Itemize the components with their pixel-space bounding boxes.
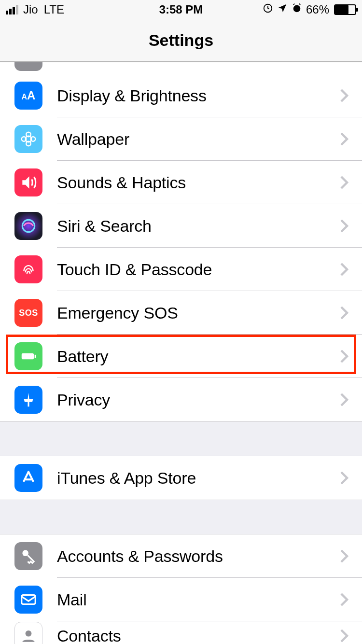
row-label: Touch ID & Passcode <box>57 260 340 279</box>
touchid-icon <box>14 255 42 283</box>
wallpaper-icon <box>14 125 42 153</box>
chevron-right-icon <box>340 349 348 364</box>
siri-icon <box>14 212 42 240</box>
svg-rect-11 <box>22 595 36 604</box>
battery-icon <box>334 4 356 15</box>
sos-icon: SOS <box>14 299 42 327</box>
settings-row-wallpaper[interactable]: Wallpaper <box>0 117 362 161</box>
settings-row-touchid[interactable]: Touch ID & Passcode <box>0 248 362 291</box>
page-title: Settings <box>149 31 213 50</box>
chevron-right-icon <box>340 88 348 103</box>
settings-row-battery[interactable]: Battery <box>0 335 362 378</box>
sounds-icon <box>14 168 42 196</box>
chevron-right-icon <box>340 306 348 320</box>
privacy-icon <box>14 386 42 414</box>
row-label: Mail <box>57 590 340 609</box>
settings-row-partial[interactable] <box>0 62 362 74</box>
chevron-right-icon <box>340 471 348 485</box>
location-icon <box>277 3 288 16</box>
row-label: Contacts <box>57 627 340 644</box>
key-icon <box>14 542 42 570</box>
clock-label: 3:58 PM <box>159 3 203 16</box>
settings-row-sos[interactable]: SOS Emergency SOS <box>0 291 362 335</box>
row-label: Privacy <box>57 391 340 409</box>
status-bar: Jio LTE 3:58 PM 66% <box>0 0 362 19</box>
svg-point-12 <box>26 630 32 637</box>
settings-group-3: Accounts & Passwords Mail Contacts <box>0 534 362 644</box>
row-label: iTunes & App Store <box>57 469 340 488</box>
settings-content: AA Display & Brightness Wallpaper Sounds… <box>0 62 362 644</box>
alarm-icon <box>292 3 302 16</box>
row-label: Sounds & Haptics <box>57 173 340 192</box>
settings-row-privacy[interactable]: Privacy <box>0 378 362 421</box>
chevron-right-icon <box>340 262 348 277</box>
row-label: Battery <box>57 347 340 366</box>
orientation-lock-icon <box>263 3 273 16</box>
appstore-icon <box>14 464 42 492</box>
chevron-right-icon <box>340 219 348 233</box>
status-bar-right: 66% <box>263 3 356 16</box>
chevron-right-icon <box>340 175 348 190</box>
partial-icon <box>14 62 42 71</box>
chevron-right-icon <box>340 592 348 607</box>
row-label: Siri & Search <box>57 217 340 236</box>
contacts-icon <box>14 622 42 644</box>
row-label: Wallpaper <box>57 130 340 149</box>
settings-row-itunes[interactable]: iTunes & App Store <box>0 456 362 500</box>
svg-rect-9 <box>35 355 36 358</box>
settings-row-siri[interactable]: Siri & Search <box>0 204 362 248</box>
row-label: Accounts & Passwords <box>57 547 340 566</box>
mail-icon <box>14 586 42 614</box>
carrier-label: Jio <box>23 3 38 16</box>
chevron-right-icon <box>340 132 348 146</box>
row-label: Emergency SOS <box>57 304 340 322</box>
settings-row-contacts[interactable]: Contacts <box>0 621 362 644</box>
nav-header: Settings <box>0 19 362 62</box>
chevron-right-icon <box>340 392 348 407</box>
network-label: LTE <box>44 3 64 16</box>
row-label: Display & Brightness <box>57 86 340 105</box>
battery-icon <box>14 342 42 370</box>
svg-rect-8 <box>22 353 34 360</box>
settings-row-mail[interactable]: Mail <box>0 578 362 621</box>
battery-percent-label: 66% <box>306 3 329 16</box>
settings-group-2: iTunes & App Store <box>0 456 362 500</box>
settings-row-accounts[interactable]: Accounts & Passwords <box>0 534 362 578</box>
status-bar-left: Jio LTE <box>6 3 64 16</box>
settings-group-1: AA Display & Brightness Wallpaper Sounds… <box>0 62 362 422</box>
svg-point-10 <box>22 550 28 556</box>
svg-point-1 <box>293 5 301 13</box>
settings-row-sounds[interactable]: Sounds & Haptics <box>0 161 362 204</box>
chevron-right-icon <box>340 549 348 563</box>
signal-bars-icon <box>6 5 18 14</box>
display-brightness-icon: AA <box>14 82 42 110</box>
chevron-right-icon <box>340 629 348 643</box>
settings-row-display[interactable]: AA Display & Brightness <box>0 74 362 117</box>
